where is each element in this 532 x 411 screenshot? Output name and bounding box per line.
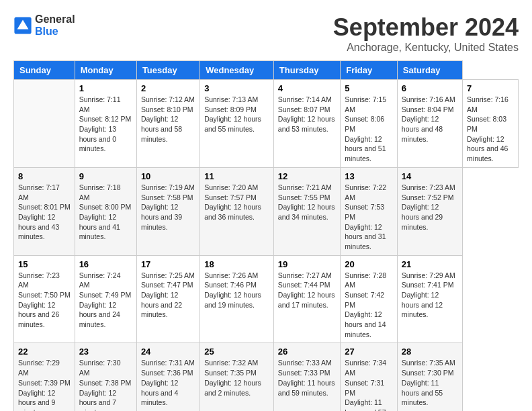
calendar-week-row: 15 Sunrise: 7:23 AMSunset: 7:50 PMDaylig… (14, 255, 519, 343)
calendar-cell: 28 Sunrise: 7:35 AMSunset: 7:30 PMDaylig… (397, 343, 462, 411)
calendar-cell: 19 Sunrise: 7:27 AMSunset: 7:44 PMDaylig… (273, 255, 340, 343)
calendar-cell: 3 Sunrise: 7:13 AMSunset: 8:09 PMDayligh… (200, 80, 274, 168)
calendar-cell: 23 Sunrise: 7:30 AMSunset: 7:38 PMDaylig… (75, 343, 136, 411)
calendar-cell: 24 Sunrise: 7:31 AMSunset: 7:36 PMDaylig… (136, 343, 200, 411)
day-number: 2 (141, 83, 195, 93)
calendar-cell: 27 Sunrise: 7:34 AMSunset: 7:31 PMDaylig… (341, 343, 398, 411)
weekday-header-friday: Friday (341, 61, 398, 80)
calendar-cell: 20 Sunrise: 7:28 AMSunset: 7:42 PMDaylig… (341, 255, 398, 343)
calendar-cell: 8 Sunrise: 7:17 AMSunset: 8:01 PMDayligh… (14, 167, 75, 255)
day-number: 7 (467, 83, 514, 93)
day-info: Sunrise: 7:27 AMSunset: 7:44 PMDaylight:… (278, 271, 335, 309)
day-number: 20 (345, 259, 393, 269)
day-number: 28 (402, 347, 458, 357)
calendar-cell: 2 Sunrise: 7:12 AMSunset: 8:10 PMDayligh… (136, 80, 200, 168)
calendar-cell: 13 Sunrise: 7:22 AMSunset: 7:53 PMDaylig… (341, 167, 398, 255)
logo-icon (13, 16, 32, 35)
location-subtitle: Anchorage, Kentucky, United States (333, 42, 519, 54)
day-info: Sunrise: 7:16 AMSunset: 8:03 PMDaylight:… (467, 95, 508, 163)
day-number: 5 (345, 83, 393, 93)
day-info: Sunrise: 7:14 AMSunset: 8:07 PMDaylight:… (278, 95, 335, 133)
day-info: Sunrise: 7:33 AMSunset: 7:33 PMDaylight:… (278, 359, 335, 396)
day-number: 11 (204, 171, 269, 181)
day-info: Sunrise: 7:11 AMSunset: 8:12 PMDaylight:… (79, 95, 132, 152)
day-info: Sunrise: 7:32 AMSunset: 7:35 PMDaylight:… (204, 359, 261, 396)
day-number: 16 (79, 259, 132, 269)
calendar-cell: 16 Sunrise: 7:24 AMSunset: 7:49 PMDaylig… (75, 255, 136, 343)
day-number: 18 (204, 259, 269, 269)
weekday-header-tuesday: Tuesday (136, 61, 200, 80)
day-info: Sunrise: 7:20 AMSunset: 7:57 PMDaylight:… (204, 183, 261, 221)
calendar-cell: 11 Sunrise: 7:20 AMSunset: 7:57 PMDaylig… (200, 167, 274, 255)
calendar-cell: 17 Sunrise: 7:25 AMSunset: 7:47 PMDaylig… (136, 255, 200, 343)
day-info: Sunrise: 7:17 AMSunset: 8:01 PMDaylight:… (18, 183, 71, 240)
day-info: Sunrise: 7:28 AMSunset: 7:42 PMDaylight:… (345, 271, 386, 338)
day-info: Sunrise: 7:15 AMSunset: 8:06 PMDaylight:… (345, 95, 386, 163)
day-info: Sunrise: 7:23 AMSunset: 7:50 PMDaylight:… (18, 271, 71, 328)
calendar-cell: 4 Sunrise: 7:14 AMSunset: 8:07 PMDayligh… (273, 80, 340, 168)
calendar-cell: 10 Sunrise: 7:19 AMSunset: 7:58 PMDaylig… (136, 167, 200, 255)
day-number: 9 (79, 171, 132, 181)
day-number: 1 (79, 83, 132, 93)
day-info: Sunrise: 7:25 AMSunset: 7:47 PMDaylight:… (141, 271, 195, 319)
day-number: 21 (402, 259, 458, 269)
day-number: 15 (18, 259, 71, 269)
day-number: 14 (402, 171, 458, 181)
calendar-cell: 7 Sunrise: 7:16 AMSunset: 8:03 PMDayligh… (463, 80, 519, 168)
logo: General Blue (13, 13, 75, 37)
calendar-week-row: 8 Sunrise: 7:17 AMSunset: 8:01 PMDayligh… (14, 167, 519, 255)
calendar-cell: 12 Sunrise: 7:21 AMSunset: 7:55 PMDaylig… (273, 167, 340, 255)
calendar-cell: 6 Sunrise: 7:16 AMSunset: 8:04 PMDayligh… (397, 80, 462, 168)
calendar-header-row: SundayMondayTuesdayWednesdayThursdayFrid… (14, 61, 519, 80)
day-info: Sunrise: 7:23 AMSunset: 7:52 PMDaylight:… (402, 183, 455, 231)
calendar-cell: 5 Sunrise: 7:15 AMSunset: 8:06 PMDayligh… (341, 80, 398, 168)
day-number: 12 (278, 171, 336, 181)
day-number: 24 (141, 347, 195, 357)
day-info: Sunrise: 7:13 AMSunset: 8:09 PMDaylight:… (204, 95, 261, 133)
day-info: Sunrise: 7:12 AMSunset: 8:10 PMDaylight:… (141, 95, 195, 143)
day-number: 27 (345, 347, 393, 357)
calendar-cell: 25 Sunrise: 7:32 AMSunset: 7:35 PMDaylig… (200, 343, 274, 411)
day-number: 26 (278, 347, 336, 357)
weekday-header-wednesday: Wednesday (200, 61, 274, 80)
calendar-cell: 26 Sunrise: 7:33 AMSunset: 7:33 PMDaylig… (273, 343, 340, 411)
day-info: Sunrise: 7:34 AMSunset: 7:31 PMDaylight:… (345, 359, 386, 411)
day-info: Sunrise: 7:16 AMSunset: 8:04 PMDaylight:… (402, 95, 455, 143)
day-number: 3 (204, 83, 269, 93)
day-info: Sunrise: 7:35 AMSunset: 7:30 PMDaylight:… (402, 359, 455, 406)
calendar-cell: 14 Sunrise: 7:23 AMSunset: 7:52 PMDaylig… (397, 167, 462, 255)
page-header: General Blue September 2024 Anchorage, K… (13, 13, 519, 54)
day-number: 4 (278, 83, 336, 93)
logo-general: General (35, 13, 75, 26)
day-info: Sunrise: 7:22 AMSunset: 7:53 PMDaylight:… (345, 183, 386, 250)
day-info: Sunrise: 7:21 AMSunset: 7:55 PMDaylight:… (278, 183, 335, 221)
month-title: September 2024 (333, 13, 519, 42)
weekday-header-thursday: Thursday (273, 61, 340, 80)
day-number: 13 (345, 171, 393, 181)
calendar-cell (14, 80, 75, 168)
day-info: Sunrise: 7:31 AMSunset: 7:36 PMDaylight:… (141, 359, 195, 406)
calendar-cell: 22 Sunrise: 7:29 AMSunset: 7:39 PMDaylig… (14, 343, 75, 411)
calendar-table: SundayMondayTuesdayWednesdayThursdayFrid… (13, 60, 519, 411)
day-number: 6 (402, 83, 458, 93)
calendar-cell: 9 Sunrise: 7:18 AMSunset: 8:00 PMDayligh… (75, 167, 136, 255)
day-info: Sunrise: 7:29 AMSunset: 7:41 PMDaylight:… (402, 271, 455, 319)
calendar-cell: 18 Sunrise: 7:26 AMSunset: 7:46 PMDaylig… (200, 255, 274, 343)
day-number: 23 (79, 347, 132, 357)
day-number: 22 (18, 347, 71, 357)
weekday-header-sunday: Sunday (14, 61, 75, 80)
calendar-cell: 1 Sunrise: 7:11 AMSunset: 8:12 PMDayligh… (75, 80, 136, 168)
weekday-header-saturday: Saturday (397, 61, 462, 80)
day-info: Sunrise: 7:30 AMSunset: 7:38 PMDaylight:… (79, 359, 132, 411)
calendar-cell: 21 Sunrise: 7:29 AMSunset: 7:41 PMDaylig… (397, 255, 462, 343)
day-info: Sunrise: 7:24 AMSunset: 7:49 PMDaylight:… (79, 271, 132, 328)
logo-blue: Blue (35, 26, 75, 38)
day-number: 25 (204, 347, 269, 357)
day-number: 19 (278, 259, 336, 269)
day-info: Sunrise: 7:19 AMSunset: 7:58 PMDaylight:… (141, 183, 195, 231)
day-info: Sunrise: 7:26 AMSunset: 7:46 PMDaylight:… (204, 271, 261, 309)
title-area: September 2024 Anchorage, Kentucky, Unit… (333, 13, 519, 54)
day-info: Sunrise: 7:18 AMSunset: 8:00 PMDaylight:… (79, 183, 132, 240)
day-number: 10 (141, 171, 195, 181)
day-number: 17 (141, 259, 195, 269)
